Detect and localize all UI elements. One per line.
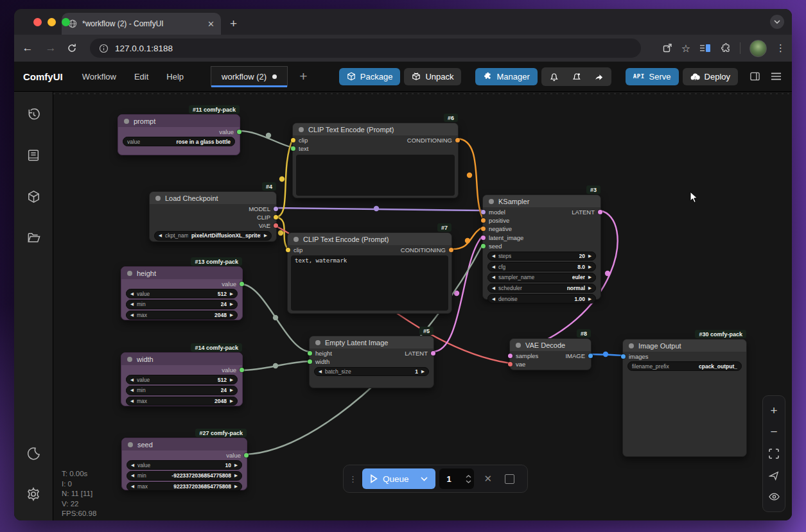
browser-menu-icon[interactable]: ⋮ xyxy=(776,42,785,54)
collapse-dot-icon[interactable] xyxy=(127,271,132,276)
node-clip-text-encode-negative[interactable]: #7CLIP Text Encode (Prompt)clipCONDITION… xyxy=(287,232,452,314)
bookmark-star-icon[interactable]: ☆ xyxy=(681,42,690,55)
node-prompt[interactable]: #11 comfy-packpromptvaluevaluerose in a … xyxy=(118,114,240,155)
maximize-window-button[interactable] xyxy=(62,18,70,26)
prompt-textarea[interactable] xyxy=(296,155,455,196)
decrement-arrow-icon[interactable]: ◀ xyxy=(130,313,134,318)
widget-value[interactable]: ◀value10▶ xyxy=(127,460,242,470)
widget-min[interactable]: ◀min24▶ xyxy=(126,386,238,395)
widget-scheduler[interactable]: ◀schedulernormal▶ xyxy=(487,284,596,293)
collapse-dot-icon[interactable] xyxy=(489,199,494,204)
node-load-checkpoint[interactable]: #4Load CheckpointMODELCLIPVAE◀ckpt_namep… xyxy=(149,191,277,242)
output-port-CONDITIONING[interactable] xyxy=(455,138,460,142)
node-title-bar[interactable]: Load Checkpoint xyxy=(150,192,276,204)
collapse-dot-icon[interactable] xyxy=(155,196,161,201)
output-port-LATENT[interactable] xyxy=(431,351,435,356)
stop-icon[interactable] xyxy=(505,474,514,484)
widget-batch_size[interactable]: ◀batch_size1▶ xyxy=(314,367,429,377)
widget-denoise[interactable]: ◀denoise1.00▶ xyxy=(487,294,596,304)
back-icon[interactable]: ← xyxy=(21,42,35,55)
extensions-puzzle-icon[interactable] xyxy=(720,43,731,54)
node-vae-decode[interactable]: #8VAE DecodesamplesIMAGEvae xyxy=(509,338,591,370)
fit-view-button[interactable] xyxy=(766,446,782,461)
output-port-MODEL[interactable] xyxy=(274,207,278,211)
decrement-arrow-icon[interactable]: ◀ xyxy=(130,302,134,307)
widget-value[interactable]: ◀value512▶ xyxy=(126,375,238,384)
collapse-dot-icon[interactable] xyxy=(128,442,133,447)
notification-bell-icon[interactable] xyxy=(543,69,565,85)
node-seed[interactable]: #27 comfy-packseedvalue◀value10▶◀min-922… xyxy=(121,438,247,490)
widget-ckpt_name[interactable]: ◀ckpt_namepixelArtDiffusionXL_spriteSh..… xyxy=(154,231,272,241)
output-port-IMAGE[interactable] xyxy=(588,354,593,358)
output-port-CONDITIONING[interactable] xyxy=(449,248,453,252)
hamburger-menu-icon[interactable] xyxy=(771,72,782,81)
manager-button[interactable]: Manager xyxy=(475,68,537,85)
increment-arrow-icon[interactable]: ▶ xyxy=(230,377,233,382)
panel-toggle-icon[interactable] xyxy=(749,71,760,82)
input-port-positive[interactable] xyxy=(481,218,486,223)
node-title-bar[interactable]: Image Output xyxy=(623,339,746,352)
node-title-bar[interactable]: CLIP Text Encode (Prompt) xyxy=(288,233,451,245)
menu-edit[interactable]: Edit xyxy=(127,68,156,85)
queue-history-icon[interactable] xyxy=(20,101,47,128)
menu-help[interactable]: Help xyxy=(159,68,191,85)
tab-search-chevron-icon[interactable] xyxy=(770,15,784,29)
node-image-output[interactable]: #30 comfy-packImage Outputimagesfilename… xyxy=(622,339,747,457)
input-port-model[interactable] xyxy=(481,210,486,214)
deploy-button[interactable]: Deploy xyxy=(683,68,738,85)
node-title-bar[interactable]: seed xyxy=(122,438,247,450)
node-library-icon[interactable] xyxy=(20,142,47,169)
link-midpoint-dot[interactable] xyxy=(603,352,608,357)
increment-arrow-icon[interactable]: ▶ xyxy=(230,302,233,307)
input-port-samples[interactable] xyxy=(508,354,513,358)
increment-arrow-icon[interactable]: ▶ xyxy=(588,296,591,302)
widget-min[interactable]: ◀min-9223372036854775808▶ xyxy=(127,471,242,481)
increment-arrow-icon[interactable]: ▶ xyxy=(230,399,233,404)
increment-arrow-icon[interactable]: ▶ xyxy=(234,463,238,468)
tab-close-icon[interactable]: ✕ xyxy=(207,19,215,29)
theme-toggle-moon-icon[interactable] xyxy=(20,440,47,467)
node-title-bar[interactable]: VAE Decode xyxy=(510,339,591,351)
close-window-button[interactable] xyxy=(33,18,42,26)
link-wire[interactable] xyxy=(276,208,483,210)
decrement-arrow-icon[interactable]: ◀ xyxy=(131,484,134,489)
widget-sampler_name[interactable]: ◀sampler_nameeuler▶ xyxy=(487,273,596,282)
link-midpoint-dot[interactable] xyxy=(374,206,379,211)
collapse-dot-icon[interactable] xyxy=(315,340,320,345)
link-wire[interactable] xyxy=(457,139,483,219)
decrement-arrow-icon[interactable]: ◀ xyxy=(159,233,162,238)
input-port-latent_image[interactable] xyxy=(481,236,486,240)
api-serve-button[interactable]: API Serve xyxy=(626,68,679,85)
decrement-arrow-icon[interactable]: ◀ xyxy=(130,377,134,382)
increment-arrow-icon[interactable]: ▶ xyxy=(588,275,591,280)
output-port-value[interactable] xyxy=(240,282,244,286)
output-port-LATENT[interactable] xyxy=(598,210,602,214)
input-port-width[interactable] xyxy=(308,359,312,364)
package-button[interactable]: Package xyxy=(339,68,401,85)
collapse-dot-icon[interactable] xyxy=(293,237,299,242)
stepper-down-icon[interactable] xyxy=(466,480,471,483)
new-tab-button[interactable]: + xyxy=(230,17,237,35)
increment-arrow-icon[interactable]: ▶ xyxy=(230,388,233,393)
zoom-out-button[interactable]: − xyxy=(766,424,782,440)
increment-arrow-icon[interactable]: ▶ xyxy=(230,313,233,318)
node-empty-latent-image[interactable]: #5Empty Latent ImageheightLATENTwidth◀ba… xyxy=(309,336,434,388)
share-workflow-icon[interactable] xyxy=(588,69,610,85)
forward-icon[interactable]: → xyxy=(44,42,58,55)
widget-value[interactable]: ◀value512▶ xyxy=(126,289,238,298)
node-width[interactable]: #14 comfy-packwidthvalue◀value512▶◀min24… xyxy=(121,352,243,406)
share-icon[interactable] xyxy=(662,43,672,53)
widget-steps[interactable]: ◀steps20▶ xyxy=(487,252,596,261)
input-port-clip[interactable] xyxy=(291,138,295,142)
widget-max[interactable]: ◀max2048▶ xyxy=(126,311,238,320)
drag-handle-icon[interactable]: ⋮ xyxy=(349,474,357,484)
input-port-vae[interactable] xyxy=(508,362,513,366)
input-port-height[interactable] xyxy=(308,351,312,356)
browser-tab[interactable]: *workflow (2) - ComfyUI ✕ xyxy=(62,13,221,35)
link-wire[interactable] xyxy=(239,131,293,148)
decrement-arrow-icon[interactable]: ◀ xyxy=(130,291,134,296)
link-midpoint-dot[interactable] xyxy=(273,363,278,368)
new-workflow-button[interactable]: + xyxy=(299,69,307,84)
clear-queue-icon[interactable]: ✕ xyxy=(484,473,493,485)
decrement-arrow-icon[interactable]: ◀ xyxy=(130,399,134,404)
